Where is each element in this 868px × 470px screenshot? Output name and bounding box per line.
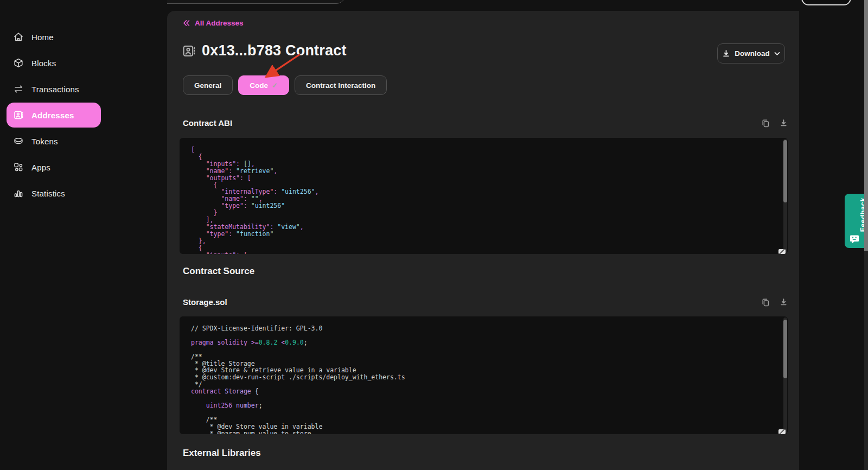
tokens-icon: [13, 136, 24, 147]
abi-section-header: Contract ABI: [183, 118, 788, 128]
abi-scrollbar-thumb[interactable]: [783, 140, 787, 202]
chat-smiley-icon: [850, 234, 859, 244]
copy-source-button[interactable]: [761, 298, 770, 307]
copy-icon: [761, 298, 770, 307]
transactions-icon: [13, 84, 24, 94]
double-chevron-left-icon: [183, 20, 190, 26]
address-book-icon: [13, 110, 24, 120]
sidebar-item-label: Blocks: [31, 59, 56, 68]
title-row: 0x13...b783 Contract: [182, 42, 347, 59]
home-icon: [13, 31, 24, 42]
breadcrumb-label: All Addresses: [195, 19, 244, 27]
sidebar-item-label: Transactions: [31, 85, 79, 94]
main-panel: All Addresses 0x13...b783 Contract Downl…: [167, 11, 799, 470]
sidebar-item-apps[interactable]: Apps: [0, 154, 108, 180]
contract-source-code: // SPDX-License-Identifier: GPL-3.0 prag…: [180, 316, 788, 434]
sidebar-item-blocks[interactable]: Blocks: [0, 50, 108, 76]
download-button[interactable]: Download: [717, 43, 785, 63]
abi-resize-grip[interactable]: [778, 249, 786, 254]
copy-icon: [761, 119, 770, 128]
apps-icon: [13, 162, 24, 173]
tab-code[interactable]: Code ✓: [238, 75, 289, 95]
sidebar-item-home[interactable]: Home: [0, 24, 108, 50]
page-scrollbar-thumb[interactable]: [864, 0, 868, 251]
sidebar-item-transactions[interactable]: Transactions: [0, 76, 108, 102]
contract-source-title: Contract Source: [183, 266, 254, 277]
sidebar-item-label: Apps: [31, 163, 50, 172]
blocks-icon: [13, 58, 24, 68]
download-icon: [722, 49, 730, 58]
download-icon: [780, 119, 788, 127]
address-book-icon: [182, 44, 196, 58]
contract-abi-code-block[interactable]: [ { "inputs": [], "name": "retrieve", "o…: [180, 138, 788, 254]
source-scrollbar-thumb[interactable]: [783, 320, 787, 378]
abi-title: Contract ABI: [183, 118, 232, 128]
breadcrumb[interactable]: All Addresses: [183, 19, 244, 27]
page-title: 0x13...b783 Contract: [202, 42, 347, 59]
chevron-down-icon: [774, 52, 780, 56]
contract-source-code-block[interactable]: // SPDX-License-Identifier: GPL-3.0 prag…: [180, 316, 788, 434]
contract-abi-code: [ { "inputs": [], "name": "retrieve", "o…: [180, 138, 788, 254]
external-libraries-title: External Libraries: [183, 448, 261, 459]
download-source-button[interactable]: [779, 298, 788, 307]
sidebar-item-label: Statistics: [31, 189, 65, 198]
sidebar: Home Blocks Transactions Addresses Token…: [0, 0, 167, 470]
download-icon: [780, 298, 788, 306]
file-title: Storage.sol: [183, 297, 227, 307]
check-icon: ✓: [272, 81, 278, 90]
sidebar-item-statistics[interactable]: Statistics: [0, 180, 108, 206]
source-resize-grip[interactable]: [778, 429, 786, 434]
file-section-header: Storage.sol: [183, 297, 788, 307]
sidebar-item-label: Home: [31, 33, 54, 42]
copy-abi-button[interactable]: [761, 119, 770, 128]
statistics-icon: [13, 188, 24, 199]
sidebar-item-tokens[interactable]: Tokens: [0, 128, 108, 154]
abi-scrollbar[interactable]: [783, 139, 787, 253]
source-scrollbar[interactable]: [783, 317, 787, 433]
tab-general[interactable]: General: [183, 75, 233, 95]
sidebar-item-label: Tokens: [31, 137, 58, 146]
topright-button-partial[interactable]: [801, 0, 851, 5]
download-abi-button[interactable]: [779, 119, 788, 128]
tab-contract-interaction[interactable]: Contract Interaction: [295, 75, 387, 95]
tabs: General Code ✓ Contract Interaction: [183, 75, 387, 95]
page-scrollbar[interactable]: [864, 0, 868, 470]
feedback-button[interactable]: Feedback: [845, 194, 864, 248]
sidebar-item-label: Addresses: [31, 111, 74, 120]
sidebar-item-addresses[interactable]: Addresses: [0, 102, 108, 128]
download-label: Download: [735, 49, 770, 58]
